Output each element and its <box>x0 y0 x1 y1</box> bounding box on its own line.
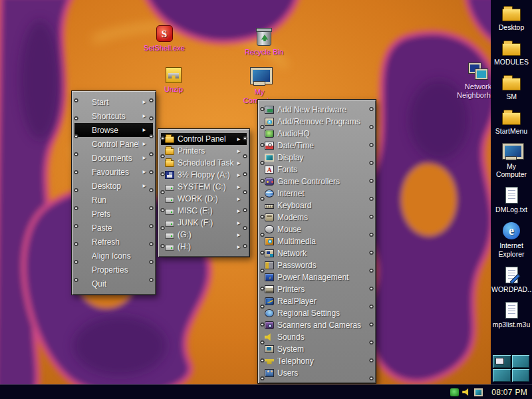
menu-item-label: Quit <box>92 279 147 289</box>
tray-icon[interactable] <box>462 388 471 396</box>
menu-item[interactable]: Modems ► <box>261 211 373 223</box>
side-panel-item[interactable]: StartMenu <box>491 109 531 135</box>
menu-item[interactable]: Passwords ► <box>261 259 373 271</box>
menu-item[interactable]: AudioHQ ► <box>261 128 373 140</box>
menu-item-label: Scheduled Tasks <box>178 158 233 168</box>
menu-item[interactable]: Quit ► <box>74 277 153 291</box>
menu-item-icon <box>265 130 274 138</box>
menu-item[interactable]: Prefs ► <box>74 207 153 221</box>
menu-item[interactable]: Game Controllers ► <box>261 176 373 188</box>
tray-icon[interactable] <box>474 388 483 396</box>
menu-item[interactable]: Display ► <box>261 152 373 164</box>
menu-item-icon <box>265 237 274 245</box>
menu-item[interactable]: Keyboard ► <box>261 200 373 211</box>
submenu-arrow-icon: ► <box>142 127 147 133</box>
side-panel-item[interactable]: MODULES <box>491 40 531 66</box>
network-neighborhood-icon <box>468 63 488 80</box>
menu-item-label: Telephony <box>277 356 368 366</box>
shell-main-menu: Start ► Shortcuts ► Browse ► Control Pan… <box>71 90 156 295</box>
menu-item[interactable]: Mouse ► <box>261 223 373 235</box>
menu-item[interactable]: Desktop ► <box>74 179 153 193</box>
menu-item[interactable]: Add/Remove Programs ► <box>261 116 373 128</box>
menu-item[interactable]: Scheduled Tasks ► <box>161 157 247 169</box>
taskbar-clock[interactable]: 08:07 PM <box>486 388 532 397</box>
menu-item-icon <box>165 160 174 167</box>
menu-item[interactable]: Run ► <box>74 193 153 207</box>
menu-item[interactable]: Internet ► <box>261 188 373 200</box>
menu-item[interactable]: Printers ► <box>161 145 247 157</box>
menu-item-icon <box>165 221 174 227</box>
desktop-icon-unzip[interactable]: Unzip <box>152 67 195 94</box>
menu-item-label: Regional Settings <box>277 309 368 318</box>
menu-item[interactable]: Multimedia ► <box>261 235 373 247</box>
menu-item-icon <box>165 185 174 191</box>
taskbar[interactable]: 08:07 PM <box>0 384 532 399</box>
menu-item[interactable]: (G:) ► <box>161 229 247 241</box>
menu-item[interactable]: MISC (E:) ► <box>161 205 247 217</box>
menu-item-label: Network <box>277 249 368 258</box>
menu-item[interactable]: Fonts ► <box>261 164 373 176</box>
menu-item[interactable]: SYSTEM (C:) ► <box>161 181 247 193</box>
menu-item[interactable]: Paste ► <box>74 221 153 235</box>
pager-cell[interactable] <box>493 369 511 382</box>
menu-item[interactable]: Add New Hardware ► <box>261 104 373 116</box>
menu-item-icon <box>265 118 274 126</box>
side-panel-item[interactable]: WORDPAD... <box>491 267 531 293</box>
menu-item[interactable]: Telephony ► <box>261 355 373 367</box>
tray-icon[interactable] <box>450 388 459 396</box>
menu-item-label: Run <box>92 196 147 205</box>
menu-item[interactable]: Documents ► <box>74 151 153 165</box>
menu-item-label: Paste <box>92 223 147 233</box>
menu-item-icon <box>265 166 274 174</box>
menu-item[interactable]: Printers ► <box>261 283 373 295</box>
side-panel-item[interactable]: Desktop <box>491 5 531 31</box>
submenu-arrow-icon: ► <box>142 99 147 105</box>
setshell-icon <box>156 25 173 42</box>
menu-item[interactable]: Control Panel ► <box>161 133 247 145</box>
menu-item[interactable]: (H:) ► <box>161 241 247 253</box>
menu-item-label: Keyboard <box>277 201 368 210</box>
pager-cell[interactable] <box>512 355 530 368</box>
side-panel-item[interactable]: SM <box>491 74 531 100</box>
submenu-arrow-icon: ► <box>142 169 147 175</box>
side-panel-item[interactable]: Internet Explorer <box>491 222 531 257</box>
menu-item[interactable]: 3½ Floppy (A:) ► <box>161 169 247 181</box>
side-panel-item-label: DMLog.txt <box>495 205 527 213</box>
menu-item-label: RealPlayer <box>277 297 368 306</box>
menu-item[interactable]: JUNK (F:) ► <box>161 217 247 229</box>
side-panel-item[interactable]: mp3list.m3u <box>491 302 531 329</box>
menu-item[interactable]: System ► <box>261 343 373 355</box>
menu-item-label: Browse <box>92 126 139 135</box>
menu-item-label: Date/Time <box>277 141 368 150</box>
desktop-icon-setshell[interactable]: SetShell.exe <box>143 25 186 53</box>
side-panel-item-icon <box>502 43 521 56</box>
submenu-arrow-icon: ► <box>236 172 241 178</box>
menu-item[interactable]: Favourites ► <box>74 165 153 179</box>
menu-item-icon <box>265 321 274 329</box>
menu-item-label: Scanners and Cameras <box>277 321 368 330</box>
menu-item[interactable]: Users ► <box>261 367 373 379</box>
menu-item[interactable]: Sounds ► <box>261 331 373 343</box>
menu-item[interactable]: Date/Time ► <box>261 140 373 152</box>
menu-item[interactable]: Scanners and Cameras ► <box>261 319 373 331</box>
pager-cell[interactable] <box>512 369 530 382</box>
menu-item[interactable]: RealPlayer ► <box>261 295 373 307</box>
menu-item[interactable]: Start ► <box>74 95 153 109</box>
menu-item-label: Prefs <box>92 209 147 219</box>
pager-cell[interactable] <box>493 355 511 368</box>
menu-item[interactable]: Browse ► <box>74 123 153 137</box>
side-panel-item[interactable]: DMLog.txt <box>491 187 531 213</box>
menu-item[interactable]: WORK (D:) ► <box>161 193 247 205</box>
menu-item[interactable]: Control Panel ► <box>74 137 153 151</box>
menu-item-icon <box>165 233 174 239</box>
menu-item[interactable]: Regional Settings ► <box>261 307 373 319</box>
desktop-icon-recycle-bin[interactable]: Recycle Bin <box>243 28 285 57</box>
menu-item[interactable]: Refresh ► <box>74 235 153 249</box>
menu-item[interactable]: Properties ► <box>74 263 153 277</box>
menu-item-label: (G:) <box>178 230 233 239</box>
menu-item[interactable]: Power Management ► <box>261 271 373 283</box>
side-panel-item[interactable]: My Computer <box>491 144 531 178</box>
menu-item[interactable]: Align Icons ► <box>74 249 153 263</box>
menu-item[interactable]: Network ► <box>261 247 373 259</box>
menu-item[interactable]: Shortcuts ► <box>74 109 153 123</box>
